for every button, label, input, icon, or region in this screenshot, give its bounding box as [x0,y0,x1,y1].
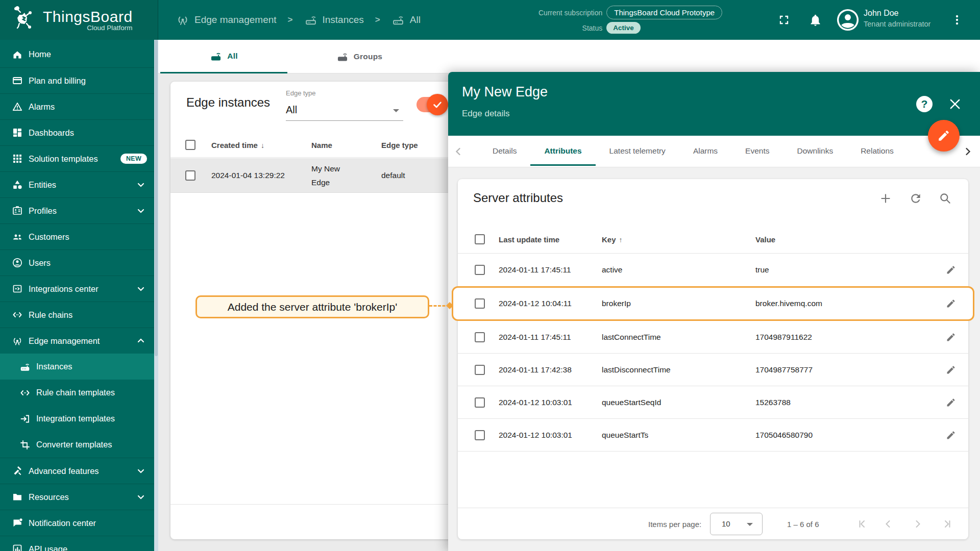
warning-icon [12,101,23,112]
row-checkbox[interactable] [475,298,485,309]
sidebar-item-home[interactable]: Home [0,41,154,67]
items-per-page-select[interactable]: 10 [710,513,763,535]
app-logo[interactable]: ThingsBoard Cloud Platform [0,0,158,40]
breadcrumb-edge-management[interactable]: Edge management [176,13,277,27]
edge-type-select[interactable]: All [286,100,403,121]
help-button[interactable]: ? [916,96,933,112]
edit-attribute-icon[interactable] [946,332,956,342]
sort-desc-icon[interactable]: ↓ [261,141,264,149]
refresh-icon[interactable] [909,192,922,205]
sidebar-item-advanced-features[interactable]: Advanced features [0,458,154,484]
edit-attribute-icon[interactable] [946,397,956,408]
edit-attribute-icon[interactable] [946,365,956,375]
user-menu[interactable]: John Doe Tenant administrator [864,9,930,28]
sidebar-scrollbar[interactable] [154,40,158,551]
tab-downlinks[interactable]: Downlinks [783,136,847,166]
select-all-checkbox[interactable] [185,140,195,150]
sidebar-item-entities[interactable]: Entities [0,171,154,197]
fullscreen-button[interactable] [777,0,791,40]
entity-tabstrip: All Groups [158,40,980,73]
edit-attribute-icon[interactable] [946,265,956,275]
edit-attribute-icon[interactable] [946,430,956,440]
sidebar-item-rule-chains[interactable]: Rule chains [0,302,154,328]
sidebar-item-alarms[interactable]: Alarms [0,93,154,119]
logo-title: ThingsBoard [43,9,133,25]
row-checkbox[interactable] [475,365,485,375]
sort-asc-icon[interactable]: ↑ [619,235,623,243]
sidebar-item-users[interactable]: Users [0,249,154,276]
breadcrumb-label: All [410,14,421,26]
sidebar-item-api-usage[interactable]: API usage [0,536,154,551]
close-icon[interactable] [948,97,962,111]
row-checkbox[interactable] [475,430,485,440]
dashboard-icon [12,127,23,138]
bell-icon [808,13,822,27]
search-icon[interactable] [939,192,952,205]
edge-type-label: Edge type [286,89,316,97]
tab-relations[interactable]: Relations [847,136,908,166]
tabs-scroll-right-icon[interactable] [962,145,974,158]
select-all-checkbox[interactable] [475,234,485,244]
sidebar-item-profiles[interactable]: Profiles [0,197,154,223]
sidebar-item-integrations-center[interactable]: Integrations center [0,276,154,302]
breadcrumb: Edge management > Instances > All [176,0,421,40]
last-page-icon[interactable] [941,518,953,530]
sidebar-item-rule-chain-templates[interactable]: Rule chain templates [0,380,154,406]
first-page-icon[interactable] [856,518,869,530]
breadcrumb-separator: > [375,15,380,25]
attribute-row[interactable]: 2024-01-11 17:45:11 active true [458,254,968,286]
row-checkbox[interactable] [185,170,195,181]
more-menu-button[interactable] [950,0,964,40]
edge-management-icon [12,335,23,346]
edge-details-panel: My New Edge Edge details ? Details Attri… [448,72,980,551]
sidebar-item-edge-management[interactable]: Edge management [0,328,154,354]
attribute-row[interactable]: 2024-01-11 17:42:38 lastDisconnectTime 1… [458,354,968,386]
previous-page-icon[interactable] [882,518,894,530]
crop-icon [19,439,31,450]
sidebar-item-solution-templates[interactable]: Solution templates NEW [0,145,154,171]
row-checkbox[interactable] [475,397,485,408]
include-customers-toggle[interactable] [416,97,448,112]
tab-events[interactable]: Events [731,136,783,166]
sidebar-item-plan-and-billing[interactable]: Plan and billing [0,67,154,93]
tab-attributes[interactable]: Attributes [530,136,595,166]
attribute-row[interactable]: 2024-01-12 10:03:01 queueStartTs 1705046… [458,419,968,452]
row-checkbox[interactable] [475,265,485,275]
sidebar-item-notification-center[interactable]: Notification center [0,510,154,536]
badge-icon [12,205,23,216]
notifications-button[interactable] [808,0,822,40]
sidebar-item-instances[interactable]: Instances [0,354,154,380]
add-attribute-icon[interactable] [879,192,892,205]
attribute-row[interactable]: 2024-01-11 17:45:11 lastConnectTime 1704… [458,321,968,354]
sidebar-item-dashboards[interactable]: Dashboards [0,119,154,145]
toggle-thumb [427,94,448,115]
edit-fab-button[interactable] [928,120,960,152]
router-icon [304,13,317,27]
breadcrumb-instances[interactable]: Instances [304,13,364,27]
edge-management-icon [176,13,189,27]
tab-groups[interactable]: Groups [287,40,431,73]
sidebar-item-converter-templates[interactable]: Converter templates [0,432,154,458]
router-icon [391,13,405,27]
breadcrumb-label: Instances [323,14,364,26]
user-avatar[interactable] [836,0,860,40]
next-page-icon[interactable] [912,518,924,530]
tabs-scroll-left-icon[interactable] [452,145,464,158]
breadcrumb-all[interactable]: All [391,13,421,27]
scrollbar-thumb[interactable] [155,40,158,356]
tab-latest-telemetry[interactable]: Latest telemetry [596,136,679,166]
attribute-row-brokerip[interactable]: 2024-01-12 10:04:11 brokerIp broker.hive… [452,286,974,321]
sidebar-item-integration-templates[interactable]: Integration templates [0,406,154,432]
edit-attribute-icon[interactable] [946,298,956,309]
sidebar-item-resources[interactable]: Resources [0,484,154,510]
attribute-row[interactable]: 2024-01-12 10:03:01 queueStartSeqId 1526… [458,386,968,419]
sidebar-item-customers[interactable]: Customers [0,223,154,249]
tools-icon [12,465,23,477]
row-checkbox[interactable] [475,332,485,342]
tab-alarms[interactable]: Alarms [679,136,731,166]
pagination-bar: Items per page: 10 1 – 6 of 6 [458,508,968,539]
rule-chain-icon [12,309,23,320]
subscription-plan-chip[interactable]: ThingsBoard Cloud Prototype [606,6,722,19]
tab-details[interactable]: Details [479,136,530,166]
tab-all[interactable]: All [160,40,287,73]
